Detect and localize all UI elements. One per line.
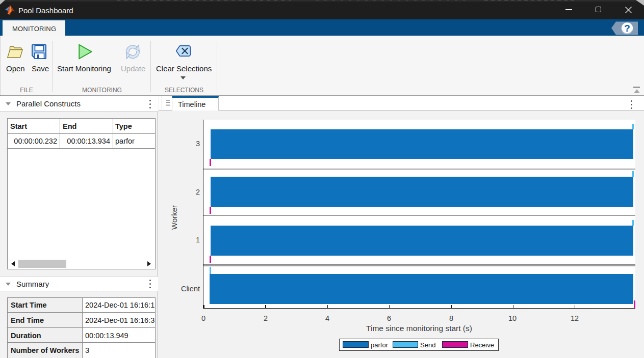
svg-text:?: ? bbox=[624, 23, 630, 34]
